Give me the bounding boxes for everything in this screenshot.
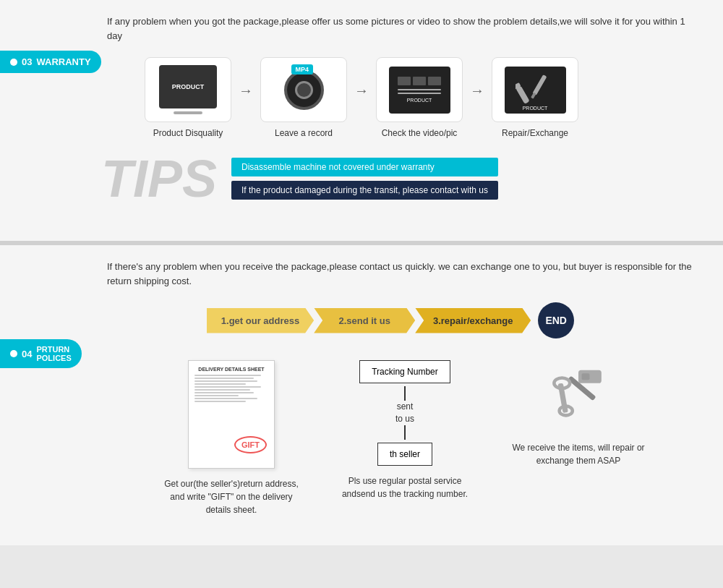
dl-9	[194, 398, 257, 399]
svg-rect-5	[582, 373, 590, 380]
step-1: 1.get our address	[207, 308, 314, 333]
delivery-title: DELIVERY DETAILS SHEET	[194, 367, 268, 372]
return-col-1: DELIVERY DETAILS SHEET GIFT	[159, 360, 304, 516]
dl-2	[194, 378, 254, 379]
check-video-icon-box: PRODUCT	[376, 57, 463, 122]
main-container: If any problem when you got the package,…	[0, 0, 723, 545]
arrow-1: →	[239, 82, 253, 99]
dl-7	[194, 392, 254, 393]
delivery-sheet: DELIVERY DETAILS SHEET GIFT	[188, 360, 275, 469]
step-3: 3.repair/exchange	[415, 308, 531, 333]
tip-2: If the product damaged during the transi…	[231, 181, 498, 200]
mp4-icon: MP4	[284, 70, 324, 110]
warranty-section: If any problem when you got the package,…	[0, 0, 723, 241]
dl-4	[194, 383, 246, 385]
dl-3	[194, 380, 257, 382]
dl-10	[194, 401, 246, 402]
return-col-3: We receive the items, will repair or exc…	[506, 360, 651, 467]
flow-item-2: MP4 Leave a record	[260, 57, 347, 138]
return-col-2: Tracking Number sent to us th seller Pls…	[333, 360, 477, 500]
repair-tools-icon	[542, 360, 615, 433]
col3-text: We receive the items, will repair or exc…	[506, 441, 651, 467]
return-badge: 04 PRTURN POLICES	[0, 339, 82, 368]
gift-badge: GIFT	[234, 436, 267, 453]
mp4-badge: MP4	[291, 64, 314, 74]
flow-item-4: PRODUCT Repair/Exchange	[492, 57, 578, 138]
dl-8	[194, 395, 239, 396]
flow-label-1: Product Disquality	[153, 128, 223, 138]
arrow-3: →	[470, 82, 484, 99]
end-circle: END	[538, 302, 574, 338]
tools-svg	[515, 72, 555, 108]
return-top-text: If there's any problem when you receive …	[107, 260, 694, 288]
flow-label-2: Leave a record	[275, 128, 333, 138]
flow-item-1: PRODUCT Product Disquality	[145, 57, 231, 138]
warranty-badge: 03 WARRANTY	[0, 51, 101, 73]
return-badge-dot	[10, 350, 17, 357]
return-bottom: DELIVERY DETAILS SHEET GIFT	[116, 360, 694, 516]
warranty-top-text: If any problem when you got the package,…	[107, 14, 694, 43]
repair-tools-svg	[542, 360, 615, 433]
tracking-diagram: Tracking Number sent to us th seller	[359, 360, 450, 466]
tips-notices: Disassemble machine not covered under wa…	[231, 158, 498, 200]
repair-icon-box: PRODUCT	[492, 57, 578, 122]
step-2: 2.send it us	[314, 308, 415, 333]
tips-section: TIPS Disassemble machine not covered und…	[101, 153, 680, 205]
leave-record-icon-box: MP4	[260, 57, 347, 122]
svg-rect-2	[532, 74, 547, 95]
col2-text: Pls use regular postal service andsend u…	[333, 474, 477, 500]
dl-6	[194, 389, 250, 391]
col1-text: Get our(the seller's)return address, and…	[159, 477, 304, 516]
delivery-lines	[194, 375, 268, 402]
dl-1	[194, 375, 261, 376]
product-disquality-icon-box: PRODUCT	[145, 57, 231, 122]
flow-label-3: Check the video/pic	[382, 128, 458, 138]
camera-circle	[284, 70, 324, 110]
warranty-label: WARRANTY	[36, 56, 90, 67]
flow-label-4: Repair/Exchange	[502, 128, 568, 138]
tips-title: TIPS	[101, 153, 217, 205]
flow-item-3: PRODUCT Check the video/pic	[376, 57, 463, 138]
warranty-number: 03	[22, 56, 32, 67]
badge-dot	[10, 59, 17, 66]
return-flow: 1.get our address 2.send it us 3.repair/…	[116, 302, 665, 338]
sent-to-us: sent to us	[395, 401, 414, 425]
arrow-2: →	[354, 82, 369, 99]
return-number: 04	[22, 349, 32, 359]
return-section: If there's any problem when you receive …	[0, 245, 723, 545]
seller-box: th seller	[377, 443, 432, 466]
warranty-flow: PRODUCT Product Disquality → MP4	[0, 57, 723, 138]
camera-lens	[295, 81, 313, 99]
dl-5	[194, 386, 261, 388]
tracking-number-box: Tracking Number	[359, 360, 450, 383]
svg-rect-0	[515, 85, 529, 104]
return-label: PRTURN POLICES	[36, 345, 71, 362]
tip-1: Disassemble machine not covered under wa…	[231, 158, 498, 176]
